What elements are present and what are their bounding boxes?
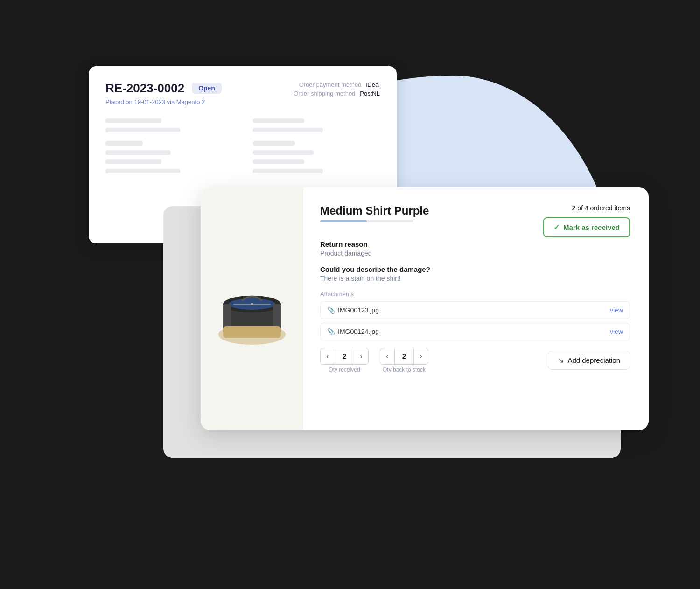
add-depreciation-button[interactable]: ↘ Add depreciation: [548, 351, 630, 370]
progress-bar-wrap: [320, 220, 413, 222]
scene: Order payment method iDeal Order shippin…: [70, 38, 630, 551]
attachment-1-filename: IMG00123.jpg: [338, 306, 379, 314]
shipping-method-value: PostNL: [360, 90, 380, 97]
skeleton-fields: [105, 118, 380, 178]
payment-method-value: iDeal: [366, 81, 380, 88]
attachments-label: Attachments: [320, 291, 630, 298]
order-subtitle: Placed on 19-01-2023 via Magento 2: [105, 98, 380, 105]
status-badge: Open: [192, 83, 222, 94]
return-reason-value: Product damaged: [320, 249, 630, 257]
attachment-2-filename: IMG00124.jpg: [338, 328, 379, 335]
describe-damage-value: There is a stain on the shirt!: [320, 275, 630, 282]
clip-icon-2: 📎: [327, 328, 335, 335]
shipping-method-label: Order shipping method: [294, 90, 355, 97]
attachment-1-name: 📎 IMG00123.jpg: [327, 306, 379, 314]
product-image-area: [201, 187, 303, 430]
order-id: RE-2023-0002: [105, 81, 184, 96]
qty-received-label: Qty received: [329, 367, 360, 373]
describe-damage-label: Could you describe the damage?: [320, 265, 630, 273]
progress-bar-fill: [320, 220, 367, 222]
bag-illustration: [210, 267, 294, 351]
svg-point-8: [251, 303, 253, 305]
attachment-1: 📎 IMG00123.jpg view: [320, 301, 630, 319]
qty-back-decrease-btn[interactable]: ‹: [380, 348, 395, 365]
qty-back-to-stock-control: ‹ 2 ›: [380, 348, 428, 365]
attachment-2-name: 📎 IMG00124.jpg: [327, 328, 379, 335]
item-detail-card: Medium Shirt Purple 2 of 4 ordered items…: [201, 187, 649, 430]
attachment-2: 📎 IMG00124.jpg view: [320, 323, 630, 340]
product-header: Medium Shirt Purple 2 of 4 ordered items…: [320, 204, 630, 237]
checkmark-icon: ✓: [553, 223, 560, 232]
qty-received-control: ‹ 2 ›: [320, 348, 369, 365]
product-title: Medium Shirt Purple: [320, 204, 429, 217]
product-image: [210, 267, 294, 351]
attachment-1-view-link[interactable]: view: [610, 306, 623, 314]
product-detail: Medium Shirt Purple 2 of 4 ordered items…: [303, 187, 649, 430]
bottom-action-row: ‹ 2 › Qty received ‹ 2 › Qty back to sto…: [320, 348, 630, 373]
ordered-items-count: 2 of 4 ordered items: [572, 204, 630, 212]
add-depreciation-label: Add depreciation: [567, 356, 620, 364]
mark-received-button[interactable]: ✓ Mark as received: [543, 217, 630, 237]
order-meta: Order payment method iDeal Order shippin…: [294, 81, 380, 99]
qty-received-value: 2: [335, 348, 354, 365]
svg-rect-6: [223, 326, 281, 338]
qty-back-label: Qty back to stock: [383, 367, 426, 373]
qty-back-increase-btn[interactable]: ›: [413, 348, 428, 365]
mark-received-label: Mark as received: [563, 223, 620, 231]
qty-back-to-stock-group: ‹ 2 › Qty back to stock: [380, 348, 428, 373]
return-reason-label: Return reason: [320, 240, 630, 248]
qty-back-value: 2: [395, 348, 413, 365]
payment-method-label: Order payment method: [299, 81, 362, 88]
clip-icon-1: 📎: [327, 306, 335, 314]
attachment-2-view-link[interactable]: view: [610, 328, 623, 335]
qty-received-group: ‹ 2 › Qty received: [320, 348, 369, 373]
qty-received-decrease-btn[interactable]: ‹: [320, 348, 335, 365]
depreciation-icon: ↘: [558, 356, 564, 365]
qty-received-increase-btn[interactable]: ›: [354, 348, 369, 365]
